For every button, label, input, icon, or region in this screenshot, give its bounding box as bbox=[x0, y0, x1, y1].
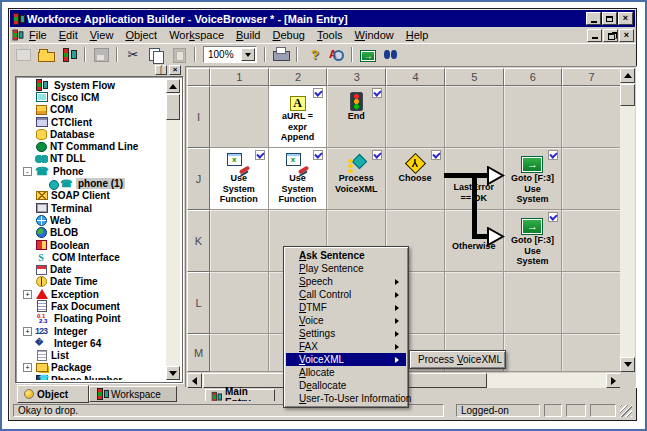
menu-item-user-to-user-information[interactable]: User-To-User Information bbox=[286, 392, 406, 405]
grid-cell-M7[interactable] bbox=[562, 334, 621, 372]
grid-cell-K1[interactable] bbox=[210, 210, 269, 272]
validate-button[interactable] bbox=[326, 46, 346, 64]
menu-help[interactable]: Help bbox=[400, 28, 435, 42]
tree-item-com[interactable]: COM bbox=[18, 104, 166, 116]
minimize-button[interactable] bbox=[586, 12, 601, 25]
tree-expander-icon[interactable]: - bbox=[23, 167, 32, 176]
menu-object[interactable]: Object bbox=[119, 28, 163, 42]
menu-build[interactable]: Build bbox=[230, 28, 266, 42]
menu-debug[interactable]: Debug bbox=[266, 28, 310, 42]
new-button[interactable] bbox=[13, 46, 33, 64]
mdi-close-button[interactable]: × bbox=[619, 29, 634, 42]
grid-cell-J7[interactable] bbox=[562, 148, 621, 210]
grid-cell-J4[interactable]: Choose bbox=[386, 148, 445, 210]
grid-cell-I2[interactable]: aURL =exprAppend bbox=[269, 86, 328, 148]
menu-item-deallocate[interactable]: Deallocate bbox=[286, 379, 406, 392]
scroll-right-icon[interactable] bbox=[606, 373, 621, 388]
grid-cell-I7[interactable] bbox=[562, 86, 621, 148]
tree-item-nt-dll[interactable]: NT DLL bbox=[18, 153, 166, 165]
checkbox-checked-icon[interactable] bbox=[548, 212, 558, 222]
grid-cell-I5[interactable] bbox=[445, 86, 504, 148]
menu-item-voicexml[interactable]: VoiceXML bbox=[286, 353, 406, 366]
cut-button[interactable] bbox=[123, 46, 143, 64]
menu-item-allocate[interactable]: Allocate bbox=[286, 366, 406, 379]
grid-cell-J1[interactable]: UseSystemFunction bbox=[210, 148, 269, 210]
menu-tools[interactable]: Tools bbox=[311, 28, 349, 42]
menu-item-dtmf[interactable]: DTMF bbox=[286, 301, 406, 314]
tree-scroll-thumb[interactable] bbox=[166, 94, 180, 120]
maximize-button[interactable] bbox=[602, 12, 617, 25]
menu-window[interactable]: Window bbox=[349, 28, 400, 42]
tree-item-cisco-icm[interactable]: Cisco ICM bbox=[18, 91, 166, 103]
menu-item-voice[interactable]: Voice bbox=[286, 314, 406, 327]
tree-item-integer-64[interactable]: Integer 64 bbox=[18, 337, 166, 349]
menu-file[interactable]: File bbox=[23, 28, 53, 42]
grid-cell-M1[interactable] bbox=[210, 334, 269, 372]
tree-item-blob[interactable]: BLOB bbox=[18, 227, 166, 239]
checkbox-checked-icon[interactable] bbox=[313, 88, 323, 98]
help-button[interactable] bbox=[303, 46, 323, 64]
grid-cell-L6[interactable] bbox=[504, 272, 563, 334]
grid-cell-I1[interactable] bbox=[210, 86, 269, 148]
scroll-down-icon[interactable] bbox=[166, 366, 180, 380]
grid-cell-L1[interactable] bbox=[210, 272, 269, 334]
combo-dropdown-icon[interactable] bbox=[241, 48, 255, 61]
vscroll-thumb[interactable] bbox=[620, 84, 635, 106]
newflow-button[interactable] bbox=[59, 46, 79, 64]
grid-cell-L7[interactable] bbox=[562, 272, 621, 334]
grid-cell-I4[interactable] bbox=[386, 86, 445, 148]
tree-item-system-flow[interactable]: System Flow bbox=[18, 79, 166, 91]
copy-button[interactable] bbox=[146, 46, 166, 64]
menu-item-settings[interactable]: Settings bbox=[286, 327, 406, 340]
tree-item-phone-1[interactable]: phone (1) bbox=[18, 177, 166, 189]
tree-item-package[interactable]: +Package bbox=[18, 362, 166, 374]
print-button[interactable] bbox=[271, 46, 291, 64]
zoom-combobox[interactable]: 100% bbox=[203, 46, 257, 63]
grid-cell-I3[interactable]: End bbox=[327, 86, 386, 148]
menu-edit[interactable]: Edit bbox=[53, 28, 84, 42]
close-button[interactable]: × bbox=[618, 12, 633, 25]
tab-object[interactable]: Object bbox=[17, 385, 89, 403]
find-button[interactable] bbox=[381, 46, 401, 64]
menu-workspace[interactable]: Workspace bbox=[163, 28, 230, 42]
grid-vscrollbar[interactable] bbox=[620, 68, 635, 372]
grid-cell-J2[interactable]: UseSystemFunction bbox=[269, 148, 328, 210]
open-button[interactable] bbox=[36, 46, 56, 64]
scroll-up-icon[interactable] bbox=[166, 79, 180, 93]
tree-item-list[interactable]: List bbox=[18, 350, 166, 362]
tree-item-integer[interactable]: +Integer bbox=[18, 325, 166, 337]
menu-item-ask-sentence[interactable]: Ask Sentence bbox=[286, 249, 406, 262]
scroll-left-icon[interactable] bbox=[187, 373, 202, 388]
mdi-restore-button[interactable] bbox=[603, 29, 618, 42]
pane-undock-icon[interactable]: ⌠ bbox=[155, 65, 167, 75]
pane-close-icon[interactable]: × bbox=[169, 65, 181, 75]
menu-item-fax[interactable]: FAX bbox=[286, 340, 406, 353]
tree-item-web[interactable]: Web bbox=[18, 214, 166, 226]
menu-view[interactable]: View bbox=[84, 28, 120, 42]
checkbox-checked-icon[interactable] bbox=[372, 150, 382, 160]
run-button[interactable] bbox=[358, 46, 378, 64]
tree-item-com-interface[interactable]: COM Interface bbox=[18, 251, 166, 263]
checkbox-checked-icon[interactable] bbox=[255, 150, 265, 160]
tab-workspace[interactable]: Workspace bbox=[89, 386, 177, 402]
tree-item-date[interactable]: Date bbox=[18, 263, 166, 275]
grid-cell-J3[interactable]: ProcessVoiceXML bbox=[327, 148, 386, 210]
tree-expander-icon[interactable]: + bbox=[23, 327, 32, 336]
checkbox-checked-icon[interactable] bbox=[372, 88, 382, 98]
scroll-down-icon[interactable] bbox=[620, 357, 635, 372]
tree-item-nt-command-line[interactable]: NT Command Line bbox=[18, 140, 166, 152]
checkbox-checked-icon[interactable] bbox=[548, 150, 558, 160]
tree-item-fax-document[interactable]: Fax Document bbox=[18, 300, 166, 312]
menu-item-call-control[interactable]: Call Control bbox=[286, 288, 406, 301]
tree-item-phone[interactable]: -Phone bbox=[18, 165, 166, 177]
paste-button[interactable] bbox=[169, 46, 189, 64]
checkbox-checked-icon[interactable] bbox=[431, 150, 441, 160]
tree-item-terminal[interactable]: Terminal bbox=[18, 202, 166, 214]
tree-item-database[interactable]: Database bbox=[18, 128, 166, 140]
tree-scrollbar[interactable] bbox=[166, 79, 180, 380]
grid-cell-J6[interactable]: Goto [F:3]UseSystem bbox=[504, 148, 563, 210]
tree-item-date-time[interactable]: Date Time bbox=[18, 276, 166, 288]
tree-item-soap-client[interactable]: SOAP Client bbox=[18, 190, 166, 202]
grid-cell-K6[interactable]: Goto [F:3]UseSystem bbox=[504, 210, 563, 272]
checkbox-checked-icon[interactable] bbox=[313, 150, 323, 160]
